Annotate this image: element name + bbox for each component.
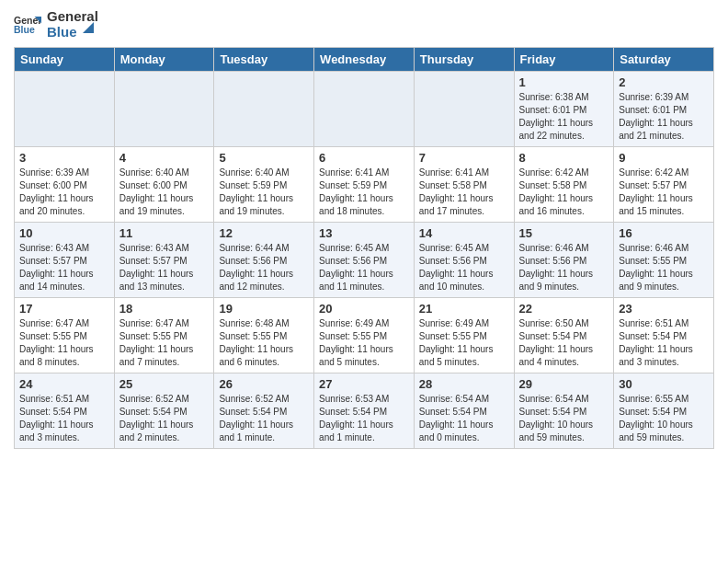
day-number: 7: [419, 151, 509, 165]
day-info: Sunrise: 6:41 AM Sunset: 5:59 PM Dayligh…: [319, 167, 409, 218]
calendar-week-row: 1Sunrise: 6:38 AM Sunset: 6:01 PM Daylig…: [15, 72, 714, 147]
calendar-day-cell: 16Sunrise: 6:46 AM Sunset: 5:55 PM Dayli…: [614, 223, 714, 298]
calendar-day-cell: 27Sunrise: 6:53 AM Sunset: 5:54 PM Dayli…: [314, 373, 415, 449]
day-number: 21: [419, 302, 509, 316]
calendar-week-row: 10Sunrise: 6:43 AM Sunset: 5:57 PM Dayli…: [15, 223, 714, 298]
day-number: 17: [19, 302, 109, 316]
day-info: Sunrise: 6:47 AM Sunset: 5:55 PM Dayligh…: [119, 317, 210, 369]
calendar-day-cell: 2Sunrise: 6:39 AM Sunset: 6:01 PM Daylig…: [614, 72, 714, 147]
calendar-day-cell: 3Sunrise: 6:39 AM Sunset: 6:00 PM Daylig…: [15, 147, 115, 223]
page-header: General Blue General Blue: [14, 9, 714, 40]
day-info: Sunrise: 6:52 AM Sunset: 5:54 PM Dayligh…: [119, 393, 210, 444]
calendar-day-cell: 13Sunrise: 6:45 AM Sunset: 5:56 PM Dayli…: [314, 223, 415, 298]
calendar-day-cell: 23Sunrise: 6:51 AM Sunset: 5:54 PM Dayli…: [614, 298, 714, 373]
calendar-week-row: 17Sunrise: 6:47 AM Sunset: 5:55 PM Dayli…: [15, 298, 714, 373]
day-number: 9: [619, 151, 709, 165]
day-number: 2: [619, 75, 709, 89]
calendar-day-cell: 9Sunrise: 6:42 AM Sunset: 5:57 PM Daylig…: [614, 147, 714, 223]
logo-icon: General Blue: [14, 11, 41, 39]
calendar-table: SundayMondayTuesdayWednesdayThursdayFrid…: [14, 47, 714, 449]
day-info: Sunrise: 6:53 AM Sunset: 5:54 PM Dayligh…: [319, 393, 409, 444]
day-number: 3: [19, 151, 109, 165]
calendar-day-cell: 15Sunrise: 6:46 AM Sunset: 5:56 PM Dayli…: [514, 223, 614, 298]
calendar-day-cell: 7Sunrise: 6:41 AM Sunset: 5:58 PM Daylig…: [414, 147, 514, 223]
day-number: 27: [319, 377, 409, 391]
calendar-empty-cell: [114, 72, 214, 147]
day-info: Sunrise: 6:39 AM Sunset: 6:00 PM Dayligh…: [19, 167, 109, 218]
day-info: Sunrise: 6:46 AM Sunset: 5:56 PM Dayligh…: [519, 242, 609, 293]
day-number: 23: [619, 302, 709, 316]
calendar-day-cell: 5Sunrise: 6:40 AM Sunset: 5:59 PM Daylig…: [214, 147, 314, 223]
day-info: Sunrise: 6:49 AM Sunset: 5:55 PM Dayligh…: [419, 317, 509, 369]
calendar-week-row: 3Sunrise: 6:39 AM Sunset: 6:00 PM Daylig…: [15, 147, 714, 223]
calendar-day-cell: 28Sunrise: 6:54 AM Sunset: 5:54 PM Dayli…: [414, 373, 514, 449]
day-info: Sunrise: 6:48 AM Sunset: 5:55 PM Dayligh…: [219, 317, 309, 369]
calendar-day-cell: 12Sunrise: 6:44 AM Sunset: 5:56 PM Dayli…: [214, 223, 314, 298]
day-info: Sunrise: 6:47 AM Sunset: 5:55 PM Dayligh…: [19, 317, 109, 369]
day-info: Sunrise: 6:54 AM Sunset: 5:54 PM Dayligh…: [519, 393, 609, 444]
logo: General Blue General Blue: [14, 9, 98, 40]
weekday-header-thursday: Thursday: [414, 48, 514, 72]
day-number: 13: [319, 226, 409, 240]
day-number: 14: [419, 226, 509, 240]
weekday-header-wednesday: Wednesday: [314, 48, 415, 72]
day-info: Sunrise: 6:45 AM Sunset: 5:56 PM Dayligh…: [419, 242, 509, 293]
weekday-header-row: SundayMondayTuesdayWednesdayThursdayFrid…: [15, 48, 714, 72]
day-number: 11: [119, 226, 210, 240]
day-number: 25: [119, 377, 210, 391]
page-container: General Blue General Blue SundayMondayTu…: [0, 0, 728, 458]
day-info: Sunrise: 6:42 AM Sunset: 5:58 PM Dayligh…: [519, 167, 609, 218]
day-info: Sunrise: 6:40 AM Sunset: 5:59 PM Dayligh…: [219, 167, 309, 218]
day-info: Sunrise: 6:49 AM Sunset: 5:55 PM Dayligh…: [319, 317, 409, 369]
day-info: Sunrise: 6:54 AM Sunset: 5:54 PM Dayligh…: [419, 393, 509, 444]
day-number: 12: [219, 226, 309, 240]
weekday-header-friday: Friday: [514, 48, 614, 72]
calendar-day-cell: 30Sunrise: 6:55 AM Sunset: 5:54 PM Dayli…: [614, 373, 714, 449]
logo-blue: Blue: [47, 24, 77, 40]
day-number: 10: [19, 226, 109, 240]
calendar-empty-cell: [314, 72, 415, 147]
day-number: 30: [619, 377, 709, 391]
day-info: Sunrise: 6:55 AM Sunset: 5:54 PM Dayligh…: [619, 393, 709, 444]
day-info: Sunrise: 6:52 AM Sunset: 5:54 PM Dayligh…: [219, 393, 309, 444]
day-info: Sunrise: 6:46 AM Sunset: 5:55 PM Dayligh…: [619, 242, 709, 293]
day-number: 5: [219, 151, 309, 165]
calendar-day-cell: 1Sunrise: 6:38 AM Sunset: 6:01 PM Daylig…: [514, 72, 614, 147]
calendar-day-cell: 25Sunrise: 6:52 AM Sunset: 5:54 PM Dayli…: [114, 373, 214, 449]
calendar-day-cell: 10Sunrise: 6:43 AM Sunset: 5:57 PM Dayli…: [15, 223, 115, 298]
calendar-day-cell: 26Sunrise: 6:52 AM Sunset: 5:54 PM Dayli…: [214, 373, 314, 449]
day-info: Sunrise: 6:41 AM Sunset: 5:58 PM Dayligh…: [419, 167, 509, 218]
calendar-day-cell: 19Sunrise: 6:48 AM Sunset: 5:55 PM Dayli…: [214, 298, 314, 373]
calendar-day-cell: 11Sunrise: 6:43 AM Sunset: 5:57 PM Dayli…: [114, 223, 214, 298]
day-number: 4: [119, 151, 210, 165]
day-info: Sunrise: 6:40 AM Sunset: 6:00 PM Dayligh…: [119, 167, 210, 218]
day-info: Sunrise: 6:51 AM Sunset: 5:54 PM Dayligh…: [19, 393, 109, 444]
day-number: 26: [219, 377, 309, 391]
calendar-day-cell: 6Sunrise: 6:41 AM Sunset: 5:59 PM Daylig…: [314, 147, 415, 223]
calendar-empty-cell: [414, 72, 514, 147]
calendar-day-cell: 18Sunrise: 6:47 AM Sunset: 5:55 PM Dayli…: [114, 298, 214, 373]
day-info: Sunrise: 6:43 AM Sunset: 5:57 PM Dayligh…: [19, 242, 109, 293]
weekday-header-tuesday: Tuesday: [214, 48, 314, 72]
calendar-day-cell: 22Sunrise: 6:50 AM Sunset: 5:54 PM Dayli…: [514, 298, 614, 373]
calendar-day-cell: 29Sunrise: 6:54 AM Sunset: 5:54 PM Dayli…: [514, 373, 614, 449]
day-number: 24: [19, 377, 109, 391]
day-number: 19: [219, 302, 309, 316]
calendar-day-cell: 4Sunrise: 6:40 AM Sunset: 6:00 PM Daylig…: [114, 147, 214, 223]
calendar-day-cell: 24Sunrise: 6:51 AM Sunset: 5:54 PM Dayli…: [15, 373, 115, 449]
day-number: 8: [519, 151, 609, 165]
day-info: Sunrise: 6:43 AM Sunset: 5:57 PM Dayligh…: [119, 242, 210, 293]
calendar-empty-cell: [214, 72, 314, 147]
day-number: 28: [419, 377, 509, 391]
day-number: 1: [519, 75, 609, 89]
calendar-day-cell: 14Sunrise: 6:45 AM Sunset: 5:56 PM Dayli…: [414, 223, 514, 298]
calendar-day-cell: 21Sunrise: 6:49 AM Sunset: 5:55 PM Dayli…: [414, 298, 514, 373]
day-number: 6: [319, 151, 409, 165]
day-info: Sunrise: 6:38 AM Sunset: 6:01 PM Dayligh…: [519, 91, 609, 143]
calendar-day-cell: 17Sunrise: 6:47 AM Sunset: 5:55 PM Dayli…: [15, 298, 115, 373]
day-info: Sunrise: 6:44 AM Sunset: 5:56 PM Dayligh…: [219, 242, 309, 293]
calendar-empty-cell: [15, 72, 115, 147]
calendar-day-cell: 20Sunrise: 6:49 AM Sunset: 5:55 PM Dayli…: [314, 298, 415, 373]
day-info: Sunrise: 6:50 AM Sunset: 5:54 PM Dayligh…: [519, 317, 609, 369]
day-number: 15: [519, 226, 609, 240]
